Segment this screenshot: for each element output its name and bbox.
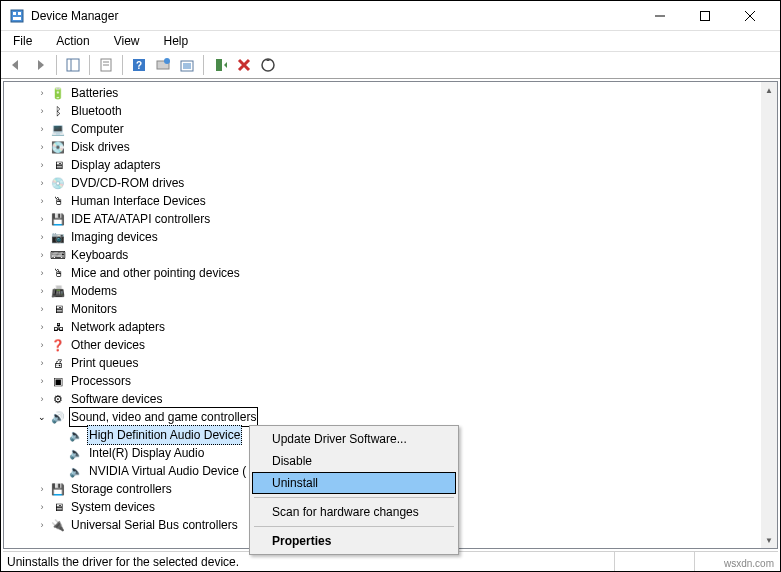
menu-file[interactable]: File bbox=[7, 32, 38, 50]
scan-hardware-button[interactable] bbox=[176, 54, 198, 76]
properties-button[interactable] bbox=[95, 54, 117, 76]
expand-arrow-closed-icon[interactable]: › bbox=[36, 210, 48, 228]
menu-action[interactable]: Action bbox=[50, 32, 95, 50]
network-icon: 🖧 bbox=[50, 319, 66, 335]
tree-node[interactable]: ›🖱Human Interface Devices bbox=[12, 192, 759, 210]
expand-arrow-closed-icon[interactable]: › bbox=[36, 156, 48, 174]
status-text: Uninstalls the driver for the selected d… bbox=[7, 555, 239, 569]
sound-icon: 🔊 bbox=[50, 409, 66, 425]
tree-node[interactable]: ›⌨Keyboards bbox=[12, 246, 759, 264]
svg-rect-18 bbox=[183, 63, 191, 69]
software-icon: ⚙ bbox=[50, 391, 66, 407]
dvd-icon: 💿 bbox=[50, 175, 66, 191]
vertical-scrollbar[interactable]: ▲ ▼ bbox=[761, 82, 777, 548]
tree-node-label: Human Interface Devices bbox=[69, 192, 208, 210]
speaker-icon: 🔈 bbox=[68, 463, 84, 479]
expand-arrow-closed-icon[interactable]: › bbox=[36, 264, 48, 282]
forward-button[interactable] bbox=[29, 54, 51, 76]
expand-arrow-closed-icon[interactable]: › bbox=[36, 354, 48, 372]
tree-node-label: Sound, video and game controllers bbox=[69, 407, 258, 427]
speaker-icon: 🔈 bbox=[68, 427, 84, 443]
enable-button[interactable] bbox=[209, 54, 231, 76]
tree-node[interactable]: ›🖥Monitors bbox=[12, 300, 759, 318]
tree-node[interactable]: ›🔋Batteries bbox=[12, 84, 759, 102]
expand-arrow-closed-icon[interactable]: › bbox=[36, 318, 48, 336]
show-hide-console-button[interactable] bbox=[62, 54, 84, 76]
speaker-icon: 🔈 bbox=[68, 445, 84, 461]
tree-node[interactable]: ›🖥Display adapters bbox=[12, 156, 759, 174]
expand-arrow-closed-icon[interactable]: › bbox=[36, 192, 48, 210]
svg-point-16 bbox=[164, 58, 170, 64]
window-title: Device Manager bbox=[31, 9, 637, 23]
expand-arrow-closed-icon[interactable]: › bbox=[36, 372, 48, 390]
update-driver-button[interactable] bbox=[152, 54, 174, 76]
app-icon bbox=[9, 8, 25, 24]
tree-node[interactable]: ›📷Imaging devices bbox=[12, 228, 759, 246]
disk-icon: 💽 bbox=[50, 139, 66, 155]
usb-icon: 🔌 bbox=[50, 517, 66, 533]
tree-node-label: Print queues bbox=[69, 354, 140, 372]
tree-node[interactable]: ›🖱Mice and other pointing devices bbox=[12, 264, 759, 282]
expand-arrow-closed-icon[interactable]: › bbox=[36, 228, 48, 246]
tree-node-label: Processors bbox=[69, 372, 133, 390]
tree-node-label: Software devices bbox=[69, 390, 164, 408]
display-icon: 🖥 bbox=[50, 157, 66, 173]
svg-rect-0 bbox=[11, 10, 23, 22]
tree-node[interactable]: ›💻Computer bbox=[12, 120, 759, 138]
expand-arrow-closed-icon[interactable]: › bbox=[36, 516, 48, 534]
back-button[interactable] bbox=[5, 54, 27, 76]
expand-arrow-closed-icon[interactable]: › bbox=[36, 138, 48, 156]
maximize-button[interactable] bbox=[682, 1, 727, 30]
expand-arrow-closed-icon[interactable]: › bbox=[36, 84, 48, 102]
other-icon: ❓ bbox=[50, 337, 66, 353]
tree-node[interactable]: ⌄🔊Sound, video and game controllers bbox=[12, 408, 759, 426]
minimize-button[interactable] bbox=[637, 1, 682, 30]
expand-arrow-open-icon[interactable]: ⌄ bbox=[36, 408, 48, 426]
expand-arrow-closed-icon[interactable]: › bbox=[36, 498, 48, 516]
tree-node[interactable]: ›▣Processors bbox=[12, 372, 759, 390]
tree-node-label: Computer bbox=[69, 120, 126, 138]
tree-node[interactable]: ›💾IDE ATA/ATAPI controllers bbox=[12, 210, 759, 228]
expand-arrow-closed-icon[interactable]: › bbox=[36, 480, 48, 498]
tree-node[interactable]: ›🖧Network adapters bbox=[12, 318, 759, 336]
scan-changes-button[interactable] bbox=[257, 54, 279, 76]
scroll-down-icon[interactable]: ▼ bbox=[761, 532, 777, 548]
close-button[interactable] bbox=[727, 1, 772, 30]
expand-arrow-closed-icon[interactable]: › bbox=[36, 390, 48, 408]
battery-icon: 🔋 bbox=[50, 85, 66, 101]
expand-arrow-closed-icon[interactable]: › bbox=[36, 300, 48, 318]
menu-item-update-driver-software[interactable]: Update Driver Software... bbox=[252, 428, 456, 450]
help-button[interactable]: ? bbox=[128, 54, 150, 76]
uninstall-button[interactable] bbox=[233, 54, 255, 76]
menu-help[interactable]: Help bbox=[158, 32, 195, 50]
ide-icon: 💾 bbox=[50, 211, 66, 227]
tree-node-label: Bluetooth bbox=[69, 102, 124, 120]
expand-arrow-closed-icon[interactable]: › bbox=[36, 282, 48, 300]
tree-node[interactable]: ›ᛒBluetooth bbox=[12, 102, 759, 120]
titlebar: Device Manager bbox=[1, 1, 780, 31]
tree-node[interactable]: ›💿DVD/CD-ROM drives bbox=[12, 174, 759, 192]
expand-arrow-closed-icon[interactable]: › bbox=[36, 246, 48, 264]
expand-arrow-closed-icon[interactable]: › bbox=[36, 336, 48, 354]
system-icon: 🖥 bbox=[50, 499, 66, 515]
menu-view[interactable]: View bbox=[108, 32, 146, 50]
tree-node-label: Storage controllers bbox=[69, 480, 174, 498]
tree-node[interactable]: ›⚙Software devices bbox=[12, 390, 759, 408]
tree-node[interactable]: ›📠Modems bbox=[12, 282, 759, 300]
toolbar: ? bbox=[1, 51, 780, 79]
expand-arrow-closed-icon[interactable]: › bbox=[36, 102, 48, 120]
tree-node[interactable]: ›🖨Print queues bbox=[12, 354, 759, 372]
tree-node-label: DVD/CD-ROM drives bbox=[69, 174, 186, 192]
expand-arrow-closed-icon[interactable]: › bbox=[36, 120, 48, 138]
expand-arrow-closed-icon[interactable]: › bbox=[36, 174, 48, 192]
monitor-icon: 🖥 bbox=[50, 301, 66, 317]
tree-node[interactable]: ›❓Other devices bbox=[12, 336, 759, 354]
menu-item-properties[interactable]: Properties bbox=[252, 530, 456, 552]
scroll-up-icon[interactable]: ▲ bbox=[761, 82, 777, 98]
menu-item-scan-for-hardware-changes[interactable]: Scan for hardware changes bbox=[252, 501, 456, 523]
tree-node[interactable]: ›💽Disk drives bbox=[12, 138, 759, 156]
tree-node-label: Other devices bbox=[69, 336, 147, 354]
tree-node-label: Network adapters bbox=[69, 318, 167, 336]
menu-item-disable[interactable]: Disable bbox=[252, 450, 456, 472]
menu-item-uninstall[interactable]: Uninstall bbox=[252, 472, 456, 494]
